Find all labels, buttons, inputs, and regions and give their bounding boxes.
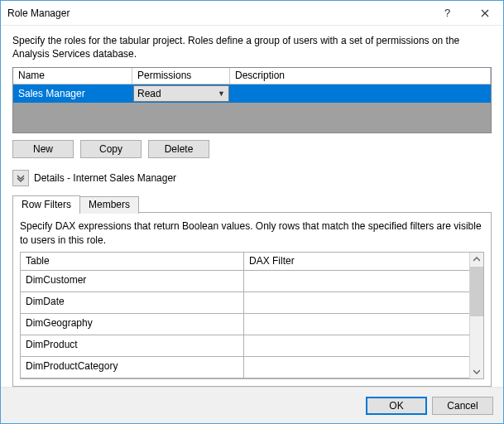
scrollbar-thumb[interactable] (470, 267, 483, 316)
scroll-up-button[interactable] (470, 253, 483, 267)
cancel-button[interactable]: Cancel (432, 397, 493, 415)
filter-table-wrap: Table DAX Filter DimCustomer DimDate (20, 252, 484, 379)
dialog-description: Specify the roles for the tabular projec… (12, 34, 492, 60)
role-manager-dialog: Role Manager ? Specify the roles for the… (0, 0, 504, 424)
table-name-cell[interactable]: DimProduct (21, 335, 244, 357)
row-filters-description: Specify DAX expressions that return Bool… (20, 219, 484, 246)
table-row[interactable]: DimProduct (21, 335, 469, 357)
tab-row-filters[interactable]: Row Filters (12, 195, 80, 213)
filter-table-header: Table DAX Filter (21, 253, 469, 271)
tab-strip: Row Filters Members (12, 195, 492, 212)
scroll-down-button[interactable] (470, 364, 483, 378)
copy-button[interactable]: Copy (80, 140, 142, 158)
dax-filter-cell[interactable] (244, 292, 469, 314)
roles-grid[interactable]: Name Permissions Description Sales Manag… (12, 67, 492, 133)
table-name-cell[interactable]: DimCustomer (21, 271, 244, 292)
details-header: Details - Internet Sales Manager (12, 170, 492, 186)
dax-filter-cell[interactable] (244, 357, 469, 378)
tab-members[interactable]: Members (79, 196, 139, 214)
table-row[interactable]: DimCustomer (21, 271, 469, 292)
dax-filter-cell[interactable] (244, 335, 469, 357)
table-name-cell[interactable]: DimGeography (21, 314, 244, 335)
column-header-permissions[interactable]: Permissions (132, 68, 230, 84)
dax-filter-cell[interactable] (244, 314, 469, 335)
close-icon (481, 9, 489, 17)
role-buttons-row: New Copy Delete (12, 140, 492, 158)
table-name-cell[interactable]: DimProductCategory (21, 357, 244, 378)
column-header-table[interactable]: Table (21, 253, 244, 271)
roles-grid-row[interactable]: Sales Manager Read ▼ (13, 84, 491, 103)
role-description-cell[interactable] (230, 84, 491, 103)
column-header-dax[interactable]: DAX Filter (244, 253, 469, 271)
titlebar: Role Manager ? (1, 1, 503, 26)
column-header-description[interactable]: Description (230, 68, 491, 84)
table-row[interactable]: DimDate (21, 292, 469, 314)
tabs-area: Row Filters Members Specify DAX expressi… (12, 195, 492, 387)
filter-table-body: DimCustomer DimDate DimGeography (21, 271, 469, 378)
dialog-footer: OK Cancel (1, 387, 503, 423)
help-button[interactable]: ? (429, 1, 466, 26)
tab-pane-row-filters: Specify DAX expressions that return Bool… (12, 212, 492, 387)
chevron-down-icon (16, 173, 26, 183)
roles-grid-header: Name Permissions Description (13, 68, 491, 84)
window-title: Role Manager (1, 7, 429, 19)
role-permission-cell[interactable]: Read ▼ (132, 84, 230, 103)
table-row[interactable]: DimProductCategory (21, 357, 469, 378)
table-name-cell[interactable]: DimDate (21, 292, 244, 314)
scrollbar-track[interactable] (470, 316, 483, 364)
ok-button[interactable]: OK (366, 397, 427, 415)
details-toggle[interactable] (12, 170, 29, 186)
dax-filter-cell[interactable] (244, 271, 469, 292)
chevron-down-icon: ▼ (218, 89, 225, 98)
vertical-scrollbar[interactable] (469, 253, 483, 378)
table-row[interactable]: DimGeography (21, 314, 469, 335)
column-header-name[interactable]: Name (13, 68, 132, 84)
delete-button[interactable]: Delete (148, 140, 209, 158)
chevron-up-icon (473, 257, 480, 262)
content-area: Specify the roles for the tabular projec… (1, 26, 503, 387)
new-button[interactable]: New (12, 140, 74, 158)
filter-table[interactable]: Table DAX Filter DimCustomer DimDate (21, 253, 469, 378)
permission-select[interactable]: Read ▼ (133, 85, 229, 102)
role-name-cell[interactable]: Sales Manager (13, 84, 132, 103)
chevron-down-icon (473, 369, 480, 374)
permission-select-value: Read (137, 88, 161, 99)
details-label: Details - Internet Sales Manager (34, 172, 176, 184)
close-button[interactable] (466, 1, 503, 26)
